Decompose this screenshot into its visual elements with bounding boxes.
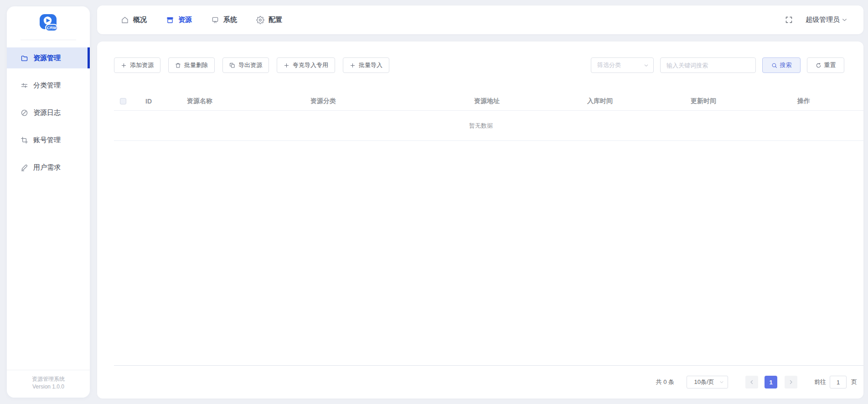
user-name: 超级管理员 [806, 16, 840, 24]
circle-slash-icon [21, 109, 28, 117]
sidebar-item-account-management[interactable]: 账号管理 [7, 129, 90, 150]
prev-page-button[interactable] [745, 376, 758, 388]
tab-label: 资源 [178, 16, 192, 24]
monitor-icon [211, 16, 219, 24]
header-right: 超级管理员 [785, 16, 848, 24]
sidebar-item-label: 资源管理 [33, 54, 61, 62]
fullscreen-icon [785, 16, 793, 24]
tab-settings[interactable]: 配置 [256, 16, 282, 24]
button-label: 批量导入 [359, 61, 382, 69]
button-label: 重置 [824, 61, 836, 69]
folder-icon [21, 54, 28, 62]
select-all-cell [114, 98, 134, 104]
quark-import-button[interactable]: 夸克导入专用 [277, 57, 335, 73]
search-button[interactable]: 搜索 [762, 57, 801, 73]
keyword-search-input[interactable] [660, 57, 756, 73]
search-icon [771, 62, 777, 68]
sidebar-item-label: 资源日志 [33, 109, 61, 117]
tab-label: 概况 [133, 16, 147, 24]
sidebar-item-category-management[interactable]: 分类管理 [7, 75, 90, 96]
column-header-id: ID [134, 98, 187, 105]
chevron-left-icon [749, 379, 754, 385]
gear-icon [256, 16, 264, 24]
sidebar-item-resource-management[interactable]: 资源管理 [7, 47, 90, 68]
sidebar-item-user-requests[interactable]: 用户需求 [7, 157, 90, 178]
version-label: Version 1.0.0 [7, 383, 90, 391]
filter-controls: 筛选分类 搜索 重置 [591, 57, 844, 73]
column-header-updated-time: 更新时间 [691, 97, 797, 105]
plus-icon [350, 62, 356, 68]
tab-overview[interactable]: 概况 [121, 16, 147, 24]
table-header-row: ID 资源名称 资源分类 资源地址 入库时间 更新时间 操作 [114, 92, 863, 111]
pagination: 共 0 条 10条/页 1 前往 页 [114, 372, 857, 393]
plus-icon [284, 62, 289, 68]
crm-logo-icon: CRM [38, 14, 59, 33]
sidebar-item-label: 账号管理 [33, 136, 61, 145]
sidebar: CRM 资源管理 分类管理 资源日志 [7, 6, 90, 398]
button-label: 批量删除 [184, 61, 208, 69]
button-label: 搜索 [780, 61, 792, 69]
copy-icon [229, 62, 235, 68]
table-bottom-divider [114, 365, 863, 366]
button-label: 夸克导入专用 [293, 61, 328, 69]
top-header: 概况 资源 系统 配置 [97, 5, 863, 34]
chevron-down-icon [643, 62, 649, 68]
page-size-select[interactable]: 10条/页 [687, 376, 728, 388]
tab-system[interactable]: 系统 [211, 16, 237, 24]
column-header-resource-url: 资源地址 [474, 97, 587, 105]
sidebar-item-label: 用户需求 [33, 163, 61, 172]
add-resource-button[interactable]: 添加资源 [114, 57, 160, 73]
sidebar-item-label: 分类管理 [33, 81, 61, 90]
refresh-icon [816, 62, 822, 68]
page-number-current[interactable]: 1 [765, 376, 777, 388]
tab-label: 配置 [269, 16, 282, 24]
chevron-down-icon [841, 16, 848, 23]
page-size-label: 10条/页 [694, 378, 714, 386]
top-nav: 概况 资源 系统 配置 [121, 16, 282, 24]
page-unit-label: 页 [851, 378, 857, 386]
crop-icon [21, 136, 28, 144]
app-logo: CRM [7, 6, 90, 36]
fullscreen-button[interactable] [785, 16, 793, 24]
pencil-icon [21, 164, 28, 171]
trash-icon [175, 62, 181, 68]
select-placeholder: 筛选分类 [597, 61, 621, 69]
next-page-button[interactable] [785, 376, 797, 388]
category-filter-select[interactable]: 筛选分类 [591, 57, 654, 73]
goto-label: 前往 [814, 378, 826, 386]
batch-import-button[interactable]: 批量导入 [343, 57, 389, 73]
tab-resources[interactable]: 资源 [166, 16, 192, 24]
sliders-icon [21, 82, 28, 89]
sidebar-item-resource-log[interactable]: 资源日志 [7, 102, 90, 123]
column-header-actions: 操作 [797, 97, 863, 105]
empty-text: 暂无数据 [469, 122, 493, 130]
goto-page-input[interactable] [830, 376, 847, 388]
export-resource-button[interactable]: 导出资源 [222, 57, 269, 73]
archive-icon [166, 16, 174, 24]
content-card: 添加资源 批量删除 导出资源 夸克导入专用 [97, 41, 863, 399]
chevron-down-icon [719, 379, 724, 385]
table-empty-state: 暂无数据 [114, 111, 863, 141]
system-name: 资源管理系统 [7, 375, 90, 383]
chevron-right-icon [788, 379, 794, 385]
reset-button[interactable]: 重置 [807, 57, 844, 73]
column-header-created-time: 入库时间 [587, 97, 691, 105]
sidebar-footer: 资源管理系统 Version 1.0.0 [7, 370, 90, 398]
button-label: 添加资源 [130, 61, 154, 69]
column-header-resource-name: 资源名称 [187, 97, 310, 105]
select-all-checkbox[interactable] [120, 98, 126, 104]
svg-text:CRM: CRM [46, 25, 57, 30]
app-screen: CRM 资源管理 分类管理 资源日志 [0, 0, 868, 404]
pagination-total: 共 0 条 [656, 378, 674, 386]
sidebar-divider [21, 40, 76, 40]
tab-label: 系统 [223, 16, 237, 24]
button-label: 导出资源 [238, 61, 262, 69]
user-menu[interactable]: 超级管理员 [806, 16, 848, 24]
plus-icon [121, 62, 127, 68]
column-header-resource-category: 资源分类 [310, 97, 474, 105]
toolbar: 添加资源 批量删除 导出资源 夸克导入专用 [114, 57, 844, 73]
sidebar-nav: 资源管理 分类管理 资源日志 账号管理 [7, 47, 90, 178]
batch-delete-button[interactable]: 批量删除 [168, 57, 215, 73]
home-icon [121, 16, 129, 24]
